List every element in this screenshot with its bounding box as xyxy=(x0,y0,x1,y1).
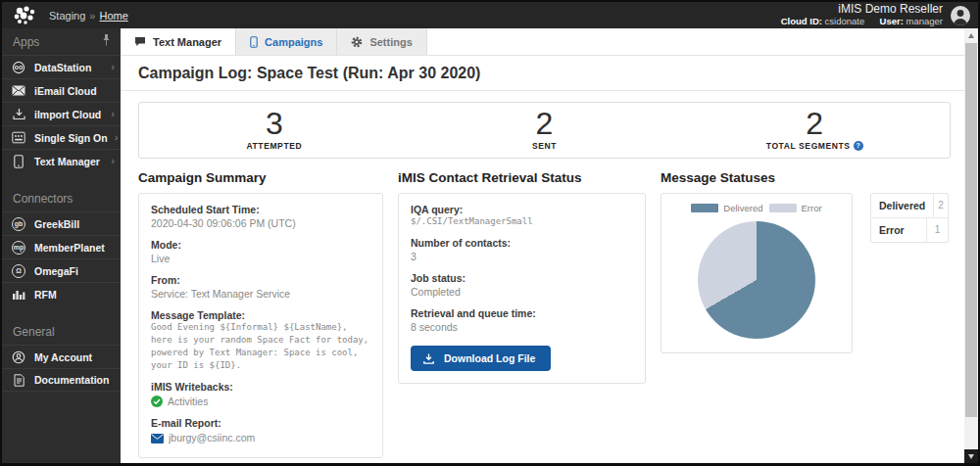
main-content: 3 ATTEMPTED 2 SENT 2 TOTAL SEGMENTS xyxy=(121,91,964,463)
from-label: From: xyxy=(151,274,370,286)
stat-attempted: 3 ATTEMPTED xyxy=(139,108,410,151)
breadcrumb: Staging»Home xyxy=(49,10,128,22)
email-report-label: E-mail Report: xyxy=(151,417,370,429)
iqa-query-label: IQA query: xyxy=(411,204,633,215)
email-report-value[interactable]: jburgy@csiinc.com xyxy=(169,431,255,444)
scroll-up-button[interactable] xyxy=(964,28,978,42)
scroll-down-button[interactable] xyxy=(964,449,978,463)
scheduled-start-label: Scheduled Start Time: xyxy=(151,204,370,215)
user-circle-icon xyxy=(10,350,27,364)
top-bar: Staging»Home iMIS Demo Reseller Cloud ID… xyxy=(2,2,978,28)
page-title: Campaign Log: Space Test (Run: Apr 30 20… xyxy=(138,65,947,82)
import-download-icon xyxy=(10,108,27,120)
sidebar-item-iemail-cloud[interactable]: iEmail Cloud xyxy=(2,78,121,102)
tab-label: Campaigns xyxy=(265,36,322,48)
sidebar-section-apps: Apps xyxy=(2,28,121,55)
stat-label: SENT xyxy=(532,141,557,151)
legend-swatch-delivered xyxy=(691,204,718,212)
document-icon xyxy=(10,374,27,387)
sidebar-item-label: iEmail Cloud xyxy=(34,85,97,97)
arrow-down-icon xyxy=(968,454,974,459)
chart-legend: Delivered Error xyxy=(669,203,844,213)
download-log-label: Download Log File xyxy=(444,352,535,364)
sidebar-item-documentation[interactable]: Documentation xyxy=(2,368,121,392)
writebacks-value: Activities xyxy=(168,395,208,408)
globe-icon xyxy=(10,61,27,74)
app-window: Staging»Home iMIS Demo Reseller Cloud ID… xyxy=(0,0,980,466)
sidebar-section-title: Apps xyxy=(13,35,39,49)
status-count: 2 xyxy=(933,194,948,217)
sidebar-item-omegafi[interactable]: Ω OmegaFi xyxy=(2,258,121,282)
memberplanet-icon: mp xyxy=(12,241,25,255)
sidebar-item-my-account[interactable]: My Account xyxy=(2,345,121,368)
person-icon xyxy=(951,6,970,25)
legend-item-error[interactable]: Error xyxy=(769,203,822,213)
legend-swatch-error xyxy=(769,204,797,212)
sidebar-item-datastation[interactable]: DataStation › xyxy=(2,55,121,78)
sidebar-section-connectors: Connectors xyxy=(2,185,121,211)
status-count: 1 xyxy=(926,218,948,242)
breadcrumb-home-link[interactable]: Home xyxy=(99,10,127,22)
sidebar-item-rfm[interactable]: RFM xyxy=(2,282,121,305)
legend-item-delivered[interactable]: Delivered xyxy=(691,203,762,213)
info-icon[interactable]: ? xyxy=(854,141,863,151)
retrieval-heading: iMIS Contact Retrieval Status xyxy=(398,170,646,185)
tab-text-manager[interactable]: Text Manager xyxy=(121,28,236,55)
chevron-right-icon: › xyxy=(111,62,115,72)
chevron-right-icon: › xyxy=(111,156,115,166)
bar-chart-icon xyxy=(10,289,27,301)
vertical-scrollbar[interactable] xyxy=(964,28,978,463)
tab-campaigns[interactable]: Campaigns xyxy=(236,28,337,55)
greekbill-icon: gb xyxy=(12,217,25,231)
job-status-label: Job status: xyxy=(411,272,633,284)
sidebar-item-label: OmegaFi xyxy=(34,265,78,277)
contacts-value: 3 xyxy=(411,250,633,263)
retrieval-card: IQA query: $/.CSI/TextManagerSmall Numbe… xyxy=(398,193,646,385)
sidebar-item-label: RFM xyxy=(34,289,57,301)
account-info: iMIS Demo Reseller Cloud ID: csidonate U… xyxy=(781,3,943,27)
queue-time-value: 8 seconds xyxy=(411,320,633,334)
stat-value: 3 xyxy=(139,108,410,141)
svg-text:?: ? xyxy=(856,142,860,149)
check-circle-icon xyxy=(151,396,163,407)
tab-bar: Text Manager Campaigns Settings xyxy=(121,28,964,56)
breadcrumb-app: Staging xyxy=(49,10,85,22)
user-avatar[interactable] xyxy=(951,6,970,25)
contacts-label: Number of contacts: xyxy=(411,237,633,249)
campaign-summary-card: Scheduled Start Time: 2020-04-30 09:06:0… xyxy=(138,193,383,458)
email-icon xyxy=(151,434,164,443)
mode-label: Mode: xyxy=(151,239,370,251)
sidebar-item-label: iImport Cloud xyxy=(34,109,101,120)
sidebar-item-label: Single Sign On xyxy=(34,132,108,144)
iqa-query-value: $/.CSI/TextManagerSmall xyxy=(411,215,633,228)
stat-total-segments: 2 TOTAL SEGMENTS ? xyxy=(679,108,950,151)
download-log-button[interactable]: Download Log File xyxy=(411,346,551,371)
status-count-table: Delivered 2 Error 1 xyxy=(870,193,949,243)
queue-time-label: Retrieval and queue time: xyxy=(411,307,633,319)
sidebar: Apps DataStation › iEmail Cloud xyxy=(2,28,121,463)
sidebar-item-iimport-cloud[interactable]: iImport Cloud › xyxy=(2,102,121,125)
tab-settings[interactable]: Settings xyxy=(337,28,426,55)
keypad-icon xyxy=(10,131,27,144)
cloud-id-value: csidonate xyxy=(825,16,865,26)
cloud-id-label: Cloud ID: xyxy=(781,16,822,26)
pin-icon[interactable] xyxy=(102,34,111,49)
legend-label: Error xyxy=(802,203,822,213)
table-row: Delivered 2 xyxy=(871,194,948,218)
sidebar-item-text-manager[interactable]: Text Manager › xyxy=(2,149,121,172)
legend-label: Delivered xyxy=(723,203,762,213)
user-label: User: xyxy=(880,16,904,26)
scrollbar-thumb[interactable] xyxy=(965,43,977,417)
sidebar-item-greekbill[interactable]: gb GreekBill xyxy=(2,211,121,235)
sidebar-item-single-sign-on[interactable]: Single Sign On › xyxy=(2,125,121,149)
mobile-phone-icon xyxy=(10,155,27,168)
stat-label: TOTAL SEGMENTS xyxy=(766,141,851,151)
status-name: Delivered xyxy=(871,194,933,217)
mode-value: Live xyxy=(151,252,370,265)
stat-label: ATTEMPTED xyxy=(246,141,302,151)
sidebar-item-memberplanet[interactable]: mp MemberPlanet xyxy=(2,235,121,258)
account-name: iMIS Demo Reseller xyxy=(781,3,943,17)
download-icon xyxy=(423,353,434,364)
stat-value: 2 xyxy=(410,108,680,141)
omegafi-icon: Ω xyxy=(12,264,25,278)
